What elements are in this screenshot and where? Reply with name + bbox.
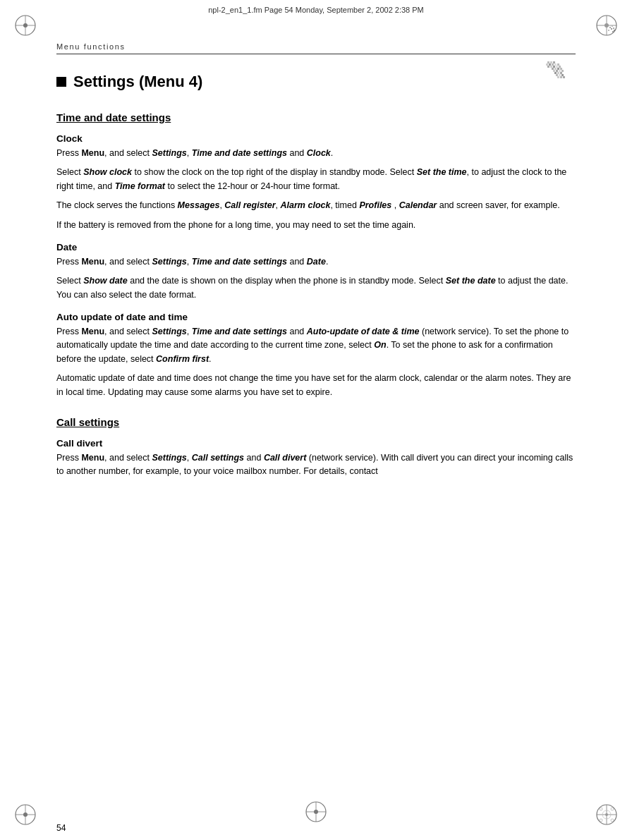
svg-rect-10 <box>611 28 612 30</box>
svg-rect-47 <box>557 68 559 70</box>
svg-rect-41 <box>550 66 552 68</box>
svg-rect-54 <box>557 72 559 74</box>
svg-rect-40 <box>547 66 549 68</box>
svg-point-3 <box>23 23 28 28</box>
title-bullet <box>56 77 66 87</box>
svg-point-23 <box>611 808 614 810</box>
date-para-2: Select Show date and the date is shown o… <box>56 274 576 302</box>
svg-rect-56 <box>556 74 558 76</box>
svg-point-31 <box>314 810 318 814</box>
svg-rect-58 <box>561 74 564 76</box>
svg-rect-51 <box>559 70 561 72</box>
svg-rect-12 <box>608 30 609 31</box>
auto-update-para-2: Automatic update of date and time does n… <box>56 372 576 399</box>
svg-rect-9 <box>612 25 613 27</box>
svg-rect-50 <box>556 70 558 72</box>
clock-para-1: Press Menu, and select Settings, Time an… <box>56 147 576 160</box>
page-number: 54 <box>56 823 66 833</box>
svg-rect-61 <box>563 76 565 78</box>
svg-point-18 <box>23 812 28 817</box>
auto-update-para-1: Press Menu, and select Settings, Time an… <box>56 325 576 366</box>
clock-para-3: The clock serves the functions Messages,… <box>56 199 576 212</box>
svg-point-24 <box>600 819 602 822</box>
svg-rect-13 <box>614 30 615 31</box>
corner-decoration-tl <box>13 13 38 38</box>
svg-rect-34 <box>553 61 555 63</box>
section-call-settings-title: Call settings <box>56 416 576 428</box>
svg-rect-45 <box>552 68 554 70</box>
corner-decoration-bl <box>13 802 38 827</box>
svg-rect-32 <box>547 61 549 63</box>
subheading-clock: Clock <box>56 133 576 144</box>
svg-point-22 <box>600 808 602 810</box>
svg-rect-59 <box>557 76 559 78</box>
svg-rect-48 <box>560 68 562 70</box>
corner-decoration-br <box>594 802 619 827</box>
page-title: Settings (Menu 4) <box>56 67 576 96</box>
svg-rect-42 <box>553 66 555 68</box>
svg-point-7 <box>604 23 609 28</box>
clock-para-4: If the battery is removed from the phone… <box>56 219 576 232</box>
svg-rect-49 <box>553 70 555 72</box>
svg-rect-35 <box>546 63 548 66</box>
svg-rect-57 <box>559 74 561 76</box>
svg-rect-11 <box>613 28 614 29</box>
date-para-1: Press Menu, and select Settings, Time an… <box>56 255 576 269</box>
title-text: Settings (Menu 4) <box>73 73 202 91</box>
svg-rect-14 <box>612 31 614 32</box>
svg-rect-43 <box>556 66 558 68</box>
subheading-date: Date <box>56 242 576 252</box>
subheading-auto-update: Auto update of date and time <box>56 312 576 322</box>
svg-rect-8 <box>609 27 611 28</box>
svg-rect-52 <box>561 70 564 72</box>
subheading-call-divert: Call divert <box>56 438 576 449</box>
svg-rect-36 <box>549 63 551 66</box>
svg-rect-37 <box>552 63 554 66</box>
page-content: Menu functions Settings (Menu 4) <box>56 42 576 798</box>
svg-point-27 <box>605 813 608 816</box>
svg-rect-53 <box>554 72 557 74</box>
call-divert-para-1: Press Menu, and select Settings, Call se… <box>56 451 576 479</box>
svg-rect-44 <box>559 66 561 68</box>
section-time-date-title: Time and date settings <box>56 111 576 123</box>
svg-rect-60 <box>560 76 562 78</box>
file-info-bar: npl-2_en1_1.fm Page 54 Monday, September… <box>208 6 424 14</box>
svg-point-25 <box>611 819 614 822</box>
svg-rect-38 <box>554 63 557 66</box>
section-header: Menu functions <box>56 42 576 54</box>
clock-para-2: Select Show clock to show the clock on t… <box>56 166 576 193</box>
svg-rect-33 <box>550 61 552 63</box>
svg-rect-55 <box>560 72 562 74</box>
corner-decoration-tr <box>594 13 619 38</box>
svg-rect-46 <box>554 68 557 70</box>
bottom-center-decoration <box>303 799 329 827</box>
phone-icon <box>526 60 576 96</box>
svg-rect-39 <box>557 63 559 66</box>
